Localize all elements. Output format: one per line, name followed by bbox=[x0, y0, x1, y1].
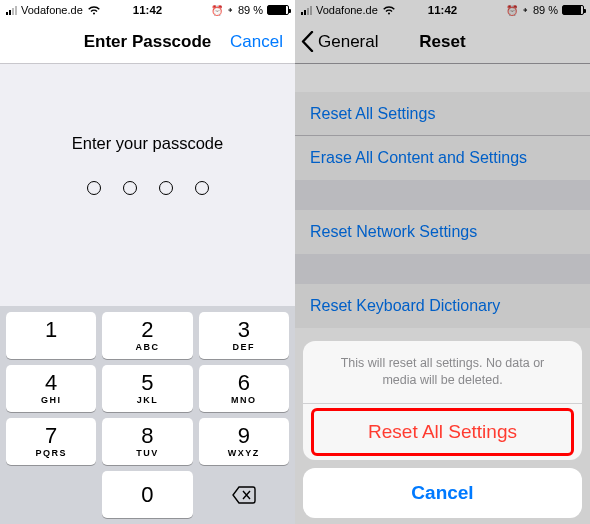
key-4[interactable]: 4GHI bbox=[6, 365, 96, 412]
status-bar: Vodafone.de 11:42 ⏰ ᛭ 89 % bbox=[295, 0, 590, 20]
key-0[interactable]: 0 bbox=[102, 471, 192, 518]
battery-pct: 89 % bbox=[238, 4, 263, 16]
status-time: 11:42 bbox=[133, 4, 162, 16]
chevron-left-icon bbox=[301, 31, 314, 52]
action-sheet: This will reset all settings. No data or… bbox=[303, 341, 582, 518]
passcode-dot bbox=[195, 181, 209, 195]
key-2[interactable]: 2ABC bbox=[102, 312, 192, 359]
key-7[interactable]: 7PQRS bbox=[6, 418, 96, 465]
key-6[interactable]: 6MNO bbox=[199, 365, 289, 412]
wifi-icon bbox=[382, 5, 396, 15]
status-bar: Vodafone.de 11:42 ⏰ ᛭ 89 % bbox=[0, 0, 295, 20]
battery-icon bbox=[562, 5, 584, 15]
passcode-dots bbox=[87, 181, 209, 195]
passcode-prompt: Enter your passcode bbox=[72, 134, 223, 153]
bluetooth-icon: ᛭ bbox=[522, 4, 529, 16]
sheet-reset-button[interactable]: Reset All Settings bbox=[311, 408, 574, 456]
key-1[interactable]: 1 bbox=[6, 312, 96, 359]
key-8[interactable]: 8TUV bbox=[102, 418, 192, 465]
key-5[interactable]: 5JKL bbox=[102, 365, 192, 412]
back-label: General bbox=[318, 32, 378, 52]
passcode-area: Enter your passcode bbox=[0, 64, 295, 306]
passcode-dot bbox=[87, 181, 101, 195]
cell-erase-all[interactable]: Erase All Content and Settings bbox=[295, 136, 590, 180]
wifi-icon bbox=[87, 5, 101, 15]
cell-reset-network[interactable]: Reset Network Settings bbox=[295, 210, 590, 254]
key-blank bbox=[6, 471, 96, 518]
delete-key[interactable] bbox=[199, 471, 289, 518]
passcode-screen: Vodafone.de 11:42 ⏰ ᛭ 89 % Enter Passcod… bbox=[0, 0, 295, 524]
cell-reset-all[interactable]: Reset All Settings bbox=[295, 92, 590, 136]
key-9[interactable]: 9WXYZ bbox=[199, 418, 289, 465]
battery-pct: 89 % bbox=[533, 4, 558, 16]
bluetooth-icon: ᛭ bbox=[227, 4, 234, 16]
carrier-label: Vodafone.de bbox=[21, 4, 83, 16]
status-time: 11:42 bbox=[428, 4, 457, 16]
alarm-icon: ⏰ bbox=[211, 5, 223, 16]
cell-reset-keyboard[interactable]: Reset Keyboard Dictionary bbox=[295, 284, 590, 328]
navbar: General Reset bbox=[295, 20, 590, 64]
signal-icon bbox=[6, 5, 17, 15]
keypad: 1 2ABC 3DEF 4GHI 5JKL 6MNO 7PQRS 8TUV 9W… bbox=[0, 306, 295, 524]
sheet-message: This will reset all settings. No data or… bbox=[303, 341, 582, 404]
signal-icon bbox=[301, 5, 312, 15]
battery-icon bbox=[267, 5, 289, 15]
reset-screen: Vodafone.de 11:42 ⏰ ᛭ 89 % General Reset… bbox=[295, 0, 590, 524]
passcode-dot bbox=[123, 181, 137, 195]
passcode-dot bbox=[159, 181, 173, 195]
page-title: Enter Passcode bbox=[84, 32, 212, 52]
carrier-label: Vodafone.de bbox=[316, 4, 378, 16]
cancel-button[interactable]: Cancel bbox=[230, 32, 283, 52]
key-3[interactable]: 3DEF bbox=[199, 312, 289, 359]
alarm-icon: ⏰ bbox=[506, 5, 518, 16]
navbar: Enter Passcode Cancel bbox=[0, 20, 295, 64]
settings-list: Reset All Settings Erase All Content and… bbox=[295, 92, 590, 328]
page-title: Reset bbox=[419, 32, 465, 52]
backspace-icon bbox=[232, 486, 256, 504]
back-button[interactable]: General bbox=[301, 31, 378, 52]
sheet-cancel-button[interactable]: Cancel bbox=[303, 468, 582, 518]
